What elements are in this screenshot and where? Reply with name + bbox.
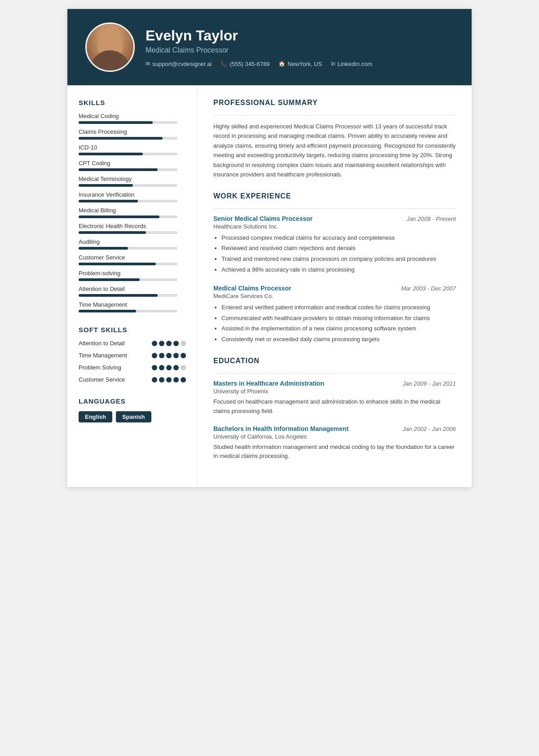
dot xyxy=(166,353,172,358)
location-icon: 🏠 xyxy=(278,61,285,67)
avatar xyxy=(85,22,135,72)
soft-skills-list: Attention to Detail Time Management Prob… xyxy=(79,340,186,384)
skill-name: CPT Coding xyxy=(79,160,186,167)
linkedin-contact: in LinkedIn.com xyxy=(331,61,372,67)
skill-bar xyxy=(79,231,177,234)
skill-item: Medical Billing xyxy=(79,207,186,218)
skill-bar xyxy=(79,278,177,281)
skill-fill xyxy=(79,294,158,297)
skill-bar xyxy=(79,200,177,202)
skill-bar xyxy=(79,137,177,140)
dot xyxy=(173,377,179,382)
skill-name: Time Management xyxy=(79,301,186,308)
soft-skill-name: Attention to Detail xyxy=(79,340,128,347)
skill-bar xyxy=(79,263,177,265)
skill-fill xyxy=(79,184,133,187)
summary-section: PROFESSIONAL SUMMARY Highly skilled and … xyxy=(213,99,456,180)
job-header: Senior Medical Claims Processor Jan 2008… xyxy=(213,215,456,222)
dot xyxy=(166,341,172,346)
dot xyxy=(159,353,164,358)
bullet-item: Consistently met or exceeded daily claim… xyxy=(221,335,456,344)
skill-name: Insurance Verification xyxy=(79,191,186,198)
skill-item: Claims Processing xyxy=(79,128,186,140)
soft-skill-item: Time Management xyxy=(79,352,186,360)
dot xyxy=(181,341,186,346)
job-title: Senior Medical Claims Processor xyxy=(213,215,313,222)
edu-date: Jan 2002 - Jan 2006 xyxy=(402,426,456,432)
dot xyxy=(152,341,157,346)
summary-title: PROFESSIONAL SUMMARY xyxy=(213,99,456,109)
work-divider xyxy=(213,208,456,209)
bullet-item: Communicated with healthcare providers t… xyxy=(221,314,456,323)
body: SKILLS Medical Coding Claims Processing … xyxy=(67,85,472,487)
skill-bar xyxy=(79,121,177,124)
lang-badges: EnglishSpanish xyxy=(79,411,186,422)
dot xyxy=(152,377,157,382)
skill-name: Attention to Detail xyxy=(79,286,186,292)
dot xyxy=(173,341,179,346)
edu-school: University of California, Los Angeles xyxy=(213,433,456,440)
dot xyxy=(173,365,179,370)
skill-item: CPT Coding xyxy=(79,160,186,171)
skill-name: Medical Billing xyxy=(79,207,186,214)
soft-skill-name: Customer Service xyxy=(79,376,128,384)
bullet-item: Trained and mentored new claims processo… xyxy=(221,255,456,264)
job-title: Medical Claims Processor xyxy=(213,285,292,292)
skills-title: SKILLS xyxy=(79,99,186,106)
work-experience-section: WORK EXPERIENCE Senior Medical Claims Pr… xyxy=(213,192,456,344)
right-column: PROFESSIONAL SUMMARY Highly skilled and … xyxy=(198,85,472,487)
skill-bar xyxy=(79,310,177,312)
skill-bar xyxy=(79,247,177,250)
soft-skills-section: SOFT SKILLS Attention to Detail Time Man… xyxy=(79,326,186,384)
contact-bar: ✉ support@cvdesigner.ai 📞 (555) 345-6789… xyxy=(146,61,454,67)
dot xyxy=(181,353,186,358)
edu-divider xyxy=(213,373,456,374)
skill-item: Time Management xyxy=(79,301,186,312)
soft-skill-item: Customer Service xyxy=(79,376,186,384)
location-contact: 🏠 NewYork, US xyxy=(278,61,322,67)
skill-fill xyxy=(79,137,163,140)
dots xyxy=(152,377,186,382)
dot xyxy=(152,365,157,370)
skill-item: Medical Terminology xyxy=(79,176,186,187)
bullet-item: Achieved a 98% accuracy rate in claims p… xyxy=(221,265,456,275)
languages-section: LANGUAGES EnglishSpanish xyxy=(79,397,186,422)
skill-fill xyxy=(79,153,143,155)
dot xyxy=(159,341,164,346)
skill-item: Auditing xyxy=(79,238,186,250)
email-contact: ✉ support@cvdesigner.ai xyxy=(146,61,212,67)
skill-bar xyxy=(79,215,177,218)
skill-name: ICD-10 xyxy=(79,144,186,151)
bullet-item: Entered and verified patient information… xyxy=(221,303,456,312)
skill-fill xyxy=(79,263,156,265)
skill-fill xyxy=(79,278,140,281)
skill-fill xyxy=(79,121,153,124)
job-company: Healthcare Solutions Inc. xyxy=(213,223,456,230)
jobs-list: Senior Medical Claims Processor Jan 2008… xyxy=(213,215,456,344)
skill-item: Attention to Detail xyxy=(79,286,186,297)
job-date: Mar 2003 - Dec 2007 xyxy=(401,285,456,292)
skill-fill xyxy=(79,247,128,250)
skill-item: ICD-10 xyxy=(79,144,186,155)
soft-skills-title: SOFT SKILLS xyxy=(79,326,186,334)
skill-name: Problem-solving xyxy=(79,270,186,277)
edu-degree: Bachelors in Health Information Manageme… xyxy=(213,425,349,432)
skill-item: Problem-solving xyxy=(79,270,186,281)
edu-desc: Studied health information management an… xyxy=(213,443,456,462)
resume: Evelyn Taylor Medical Claims Processor ✉… xyxy=(67,9,472,487)
dot xyxy=(181,377,186,382)
skill-bar xyxy=(79,184,177,187)
skill-fill xyxy=(79,215,159,218)
skill-name: Medical Terminology xyxy=(79,176,186,182)
skill-item: Medical Coding xyxy=(79,113,186,124)
skill-fill xyxy=(79,231,146,234)
dot xyxy=(173,353,179,358)
header: Evelyn Taylor Medical Claims Processor ✉… xyxy=(67,9,472,85)
left-column: SKILLS Medical Coding Claims Processing … xyxy=(67,85,198,487)
skills-section: SKILLS Medical Coding Claims Processing … xyxy=(79,99,186,312)
location-text: NewYork, US xyxy=(287,61,322,67)
skill-bar xyxy=(79,168,177,171)
skill-bar xyxy=(79,153,177,155)
summary-divider xyxy=(213,115,456,115)
header-info: Evelyn Taylor Medical Claims Processor ✉… xyxy=(146,27,454,67)
